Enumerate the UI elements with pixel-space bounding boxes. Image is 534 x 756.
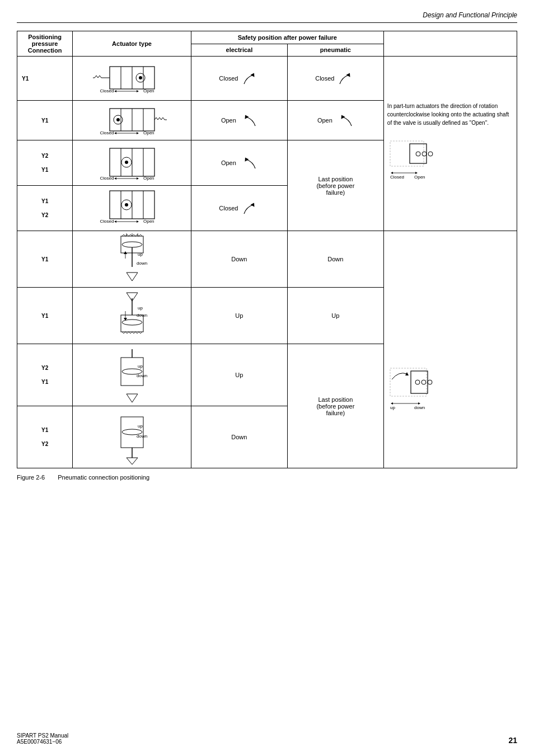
actuator-cell-7: up down bbox=[73, 344, 191, 406]
col-positioning-label: PositioningpressureConnection bbox=[28, 34, 62, 54]
actuator-diagram-5: up down bbox=[93, 233, 171, 284]
y1-label-5: Y1 bbox=[41, 256, 48, 262]
y2-label-4: Y2 bbox=[21, 212, 69, 218]
notes-diagram-2: up down bbox=[387, 365, 460, 416]
svg-marker-81 bbox=[418, 402, 420, 405]
figure-number: Figure 2-6 bbox=[17, 474, 45, 481]
electrical-value-4: Closed bbox=[219, 205, 238, 212]
pneumatic-cell-1: Closed bbox=[287, 57, 383, 101]
svg-text:down: down bbox=[137, 373, 147, 378]
y1-label-3: Y1 bbox=[21, 167, 69, 173]
arrow-symbol-2 bbox=[240, 112, 257, 128]
arrow-symbol-p1 bbox=[338, 71, 355, 86]
actuator-cell-6: up down bbox=[73, 288, 191, 344]
y1-label-4: Y1 bbox=[21, 198, 69, 204]
col-header-notes bbox=[383, 31, 517, 57]
actuator-cell-2: Closed Open bbox=[73, 101, 191, 140]
actuator-cell-3: Closed Open bbox=[73, 140, 191, 186]
y1-label-7: Y1 bbox=[21, 379, 69, 385]
pneumatic-value-2: Open bbox=[317, 117, 332, 124]
svg-text:Closed: Closed bbox=[390, 175, 404, 180]
svg-text:Closed: Closed bbox=[100, 88, 114, 93]
svg-point-17 bbox=[416, 152, 420, 156]
y2-label-8: Y2 bbox=[21, 441, 69, 447]
svg-marker-62 bbox=[250, 202, 256, 207]
svg-marker-12 bbox=[114, 90, 116, 92]
page-header: Design and Functional Principle bbox=[17, 11, 517, 23]
electrical-cell-2: Open bbox=[191, 101, 287, 140]
svg-text:Open: Open bbox=[143, 88, 154, 93]
y1-label: Y1 bbox=[22, 76, 29, 82]
svg-rect-99 bbox=[121, 417, 143, 448]
svg-marker-71 bbox=[127, 273, 138, 281]
pneumatic-value-7: Last position(before powerfailure) bbox=[316, 396, 354, 416]
electrical-cell-6: Up bbox=[191, 288, 287, 344]
footer-line2: A5E00074631−06 bbox=[17, 739, 68, 745]
positioning-cell-3: Y2 Y1 bbox=[17, 140, 73, 186]
svg-marker-60 bbox=[137, 220, 139, 223]
col-header-safety: Safety position after power failure bbox=[191, 31, 383, 44]
svg-marker-38 bbox=[339, 114, 345, 119]
pneumatic-cell-6: Up bbox=[287, 288, 383, 344]
notes-text-1: In part-turn actuators the direction of … bbox=[387, 103, 509, 126]
page-footer: SIPART PS2 Manual A5E00074631−06 21 bbox=[17, 732, 517, 745]
footer-line1: SIPART PS2 Manual bbox=[17, 732, 68, 739]
footer-left: SIPART PS2 Manual A5E00074631−06 bbox=[17, 732, 68, 745]
svg-point-19 bbox=[428, 152, 433, 156]
svg-marker-48 bbox=[137, 177, 139, 180]
svg-point-78 bbox=[428, 380, 432, 384]
svg-rect-15 bbox=[390, 141, 424, 166]
actuator-cell-1: Closed Open bbox=[73, 57, 191, 101]
svg-point-77 bbox=[421, 380, 426, 384]
arrow-symbol-4 bbox=[242, 200, 260, 216]
electrical-cell-8: Down bbox=[191, 406, 287, 468]
col-header-pneumatic: pneumatic bbox=[287, 44, 383, 57]
electrical-cell-5: Down bbox=[191, 231, 287, 288]
col-header-positioning: PositioningpressureConnection bbox=[17, 31, 73, 57]
svg-point-31 bbox=[116, 118, 120, 121]
header-title: Design and Functional Principle bbox=[423, 11, 517, 19]
electrical-value-2: Open bbox=[221, 117, 236, 124]
electrical-value-7: Up bbox=[235, 372, 243, 378]
y2-label-3: Y2 bbox=[21, 153, 69, 159]
svg-point-67 bbox=[122, 242, 142, 247]
electrical-value-3: Open bbox=[221, 159, 236, 166]
svg-text:up: up bbox=[390, 405, 395, 410]
svg-rect-16 bbox=[410, 144, 427, 163]
svg-point-7 bbox=[139, 76, 142, 79]
positioning-cell-8: Y1 Y2 bbox=[17, 406, 73, 468]
svg-marker-104 bbox=[127, 458, 138, 464]
pneumatic-cell-5: Down bbox=[287, 231, 383, 288]
electrical-cell-4: Closed bbox=[191, 186, 287, 231]
col-header-electrical: electrical bbox=[191, 44, 287, 57]
positioning-cell-4: Y1 Y2 bbox=[17, 186, 73, 231]
actuator-cell-8: up down bbox=[73, 406, 191, 468]
svg-rect-93 bbox=[121, 358, 143, 386]
pneumatic-value-5: Down bbox=[327, 256, 343, 262]
svg-text:Open: Open bbox=[143, 130, 154, 135]
positioning-cell-6: Y1 bbox=[17, 288, 73, 344]
figure-caption-text: Pneumatic connection positioning bbox=[58, 474, 149, 481]
svg-marker-11 bbox=[137, 90, 139, 92]
pneumatic-value-1: Closed bbox=[315, 75, 334, 82]
positioning-cell-7: Y2 Y1 bbox=[17, 344, 73, 406]
actuator-diagram-1: Closed Open bbox=[93, 61, 171, 95]
positioning-cell-5: Y1 bbox=[17, 231, 73, 288]
notes-diagram-1: Closed Open bbox=[387, 138, 455, 183]
svg-rect-74 bbox=[390, 368, 427, 396]
svg-text:up: up bbox=[138, 364, 143, 369]
y1-label-2: Y1 bbox=[41, 118, 48, 124]
actuator-cell-4: Closed Open bbox=[73, 186, 191, 231]
svg-point-44 bbox=[125, 161, 128, 164]
svg-text:Open: Open bbox=[143, 219, 154, 224]
main-table: PositioningpressureConnection Actuator t… bbox=[17, 31, 517, 468]
actuator-diagram-4: Closed Open bbox=[93, 188, 171, 227]
safety-header-label: Safety position after power failure bbox=[238, 34, 337, 41]
pneumatic-label: pneumatic bbox=[320, 46, 351, 53]
notes-cell-2: up down bbox=[383, 231, 517, 468]
actuator-diagram-2: Closed Open bbox=[93, 103, 171, 137]
actuator-diagram-3: Closed Open bbox=[93, 143, 171, 182]
svg-point-86 bbox=[122, 320, 142, 325]
table-row: Y1 bbox=[17, 57, 517, 101]
svg-text:Open: Open bbox=[143, 176, 154, 181]
